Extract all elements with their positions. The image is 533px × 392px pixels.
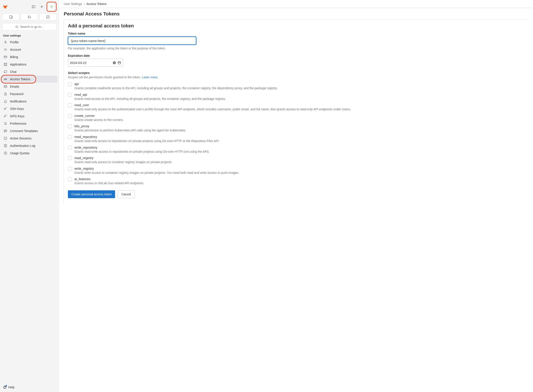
merge-requests-button[interactable] bbox=[21, 14, 38, 20]
expiration-field[interactable] bbox=[68, 59, 123, 67]
quick-action-buttons bbox=[0, 14, 59, 22]
svg-point-7 bbox=[28, 16, 29, 17]
sidebar-item-active-sessions[interactable]: Active Sessions bbox=[1, 135, 57, 142]
log-icon bbox=[4, 144, 7, 148]
token-icon bbox=[4, 77, 7, 81]
token-name-help: For example, the application using the t… bbox=[68, 47, 524, 50]
learn-more-link[interactable]: Learn more. bbox=[142, 75, 158, 79]
scope-desc: Grants read-only access to repositories … bbox=[75, 139, 524, 143]
todos-button[interactable] bbox=[39, 14, 56, 20]
scope-desc: Grants read-write access to repositories… bbox=[75, 150, 524, 154]
scope-checkbox-read_user[interactable] bbox=[68, 103, 72, 107]
scope-item-api: api Grants complete read/write access to… bbox=[68, 82, 524, 90]
sidebar-item-access-tokens[interactable]: Access Tokens bbox=[1, 75, 57, 83]
svg-point-31 bbox=[5, 123, 5, 123]
scope-checkbox-create_runner[interactable] bbox=[68, 114, 72, 118]
scope-list: api Grants complete read/write access to… bbox=[68, 82, 524, 186]
scope-item-write_registry: write_registry Grants write access to co… bbox=[68, 167, 524, 175]
expiration-input[interactable] bbox=[70, 61, 111, 65]
comment-icon bbox=[4, 70, 7, 74]
sidebar-item-usage-quotas[interactable]: Usage Quotas bbox=[1, 149, 57, 157]
cancel-button[interactable]: Cancel bbox=[118, 190, 135, 198]
sidebar-item-comment-templates[interactable]: Comment Templates bbox=[1, 127, 57, 135]
scopes-help: Scopes set the permission levels granted… bbox=[68, 75, 524, 79]
add-token-panel: Add a personal access token Token name F… bbox=[64, 19, 528, 204]
sidebar-item-gpg-keys[interactable]: GPG Keys bbox=[1, 112, 57, 120]
scope-checkbox-read_api[interactable] bbox=[68, 93, 72, 97]
main-content: User Settings / Access Tokens Personal A… bbox=[59, 0, 533, 392]
search-placeholder: Search or go to... bbox=[20, 25, 43, 28]
sidebar-item-emails[interactable]: Emails bbox=[1, 83, 57, 90]
scope-checkbox-ai_features[interactable] bbox=[68, 177, 72, 181]
svg-point-8 bbox=[28, 18, 29, 18]
quota-icon bbox=[4, 151, 7, 155]
token-name-label: Token name bbox=[68, 32, 524, 35]
breadcrumb-parent[interactable]: User Settings bbox=[64, 2, 82, 6]
lock-icon bbox=[4, 92, 7, 96]
key-icon bbox=[4, 114, 7, 118]
gitlab-logo[interactable] bbox=[2, 4, 8, 10]
scope-name: read_repository bbox=[75, 135, 524, 139]
svg-point-11 bbox=[16, 26, 17, 28]
plus-icon[interactable] bbox=[38, 3, 45, 10]
sidebar-item-profile[interactable]: Profile bbox=[1, 38, 57, 46]
issues-button[interactable] bbox=[2, 14, 19, 20]
search-icon bbox=[15, 25, 19, 28]
scope-checkbox-k8s_proxy[interactable] bbox=[68, 124, 72, 128]
breadcrumb-separator: / bbox=[84, 2, 85, 6]
svg-point-32 bbox=[6, 124, 6, 125]
scopes-title: Select scopes bbox=[68, 71, 524, 75]
sidebar-item-billing[interactable]: Billing bbox=[1, 53, 57, 61]
sliders-icon bbox=[4, 121, 7, 126]
scope-name: read_user bbox=[75, 103, 524, 107]
sidebar-item-account[interactable]: Account bbox=[1, 46, 57, 53]
scope-desc: Grants read-only access to container reg… bbox=[75, 160, 524, 164]
svg-line-12 bbox=[17, 27, 18, 28]
scope-checkbox-read_registry[interactable] bbox=[68, 156, 72, 160]
breadcrumb: User Settings / Access Tokens bbox=[59, 0, 533, 8]
template-icon bbox=[4, 129, 7, 133]
scope-checkbox-api[interactable] bbox=[68, 82, 72, 86]
profile-icon bbox=[4, 40, 7, 44]
scope-name: create_runner bbox=[75, 114, 524, 117]
svg-point-23 bbox=[5, 79, 5, 79]
scope-checkbox-write_registry[interactable] bbox=[68, 167, 72, 171]
help-link[interactable]: Help bbox=[0, 383, 59, 392]
scope-name: read_registry bbox=[75, 156, 524, 160]
sidebar-item-authentication-log[interactable]: Authentication Log bbox=[1, 142, 57, 149]
sidebar-item-password[interactable]: Password bbox=[1, 90, 57, 98]
sidebar-item-ssh-keys[interactable]: SSH Keys bbox=[1, 105, 57, 112]
svg-point-28 bbox=[4, 116, 5, 117]
sidebar-item-chat[interactable]: Chat bbox=[1, 68, 57, 75]
expiration-label: Expiration date bbox=[68, 54, 524, 57]
search-input[interactable]: Search or go to... bbox=[2, 23, 56, 30]
create-token-button[interactable]: Create personal access token bbox=[68, 190, 115, 198]
scope-item-read_repository: read_repository Grants read-only access … bbox=[68, 135, 524, 143]
scope-desc: Grants read-only access to the authentic… bbox=[75, 107, 524, 112]
svg-point-43 bbox=[5, 388, 5, 388]
key-icon bbox=[4, 107, 7, 111]
svg-rect-18 bbox=[6, 63, 7, 64]
sidebar-item-preferences[interactable]: Preferences bbox=[1, 120, 57, 127]
sidebar-collapse-icon[interactable] bbox=[30, 3, 37, 10]
scope-checkbox-read_repository[interactable] bbox=[68, 135, 72, 139]
svg-rect-19 bbox=[4, 65, 5, 66]
scope-desc: Grants create access to the runners. bbox=[75, 118, 524, 122]
framework-icon-highlight[interactable] bbox=[47, 2, 56, 12]
calendar-icon[interactable] bbox=[117, 61, 121, 65]
scope-checkbox-write_repository[interactable] bbox=[68, 146, 72, 150]
sidebar-item-applications[interactable]: Applications bbox=[1, 61, 57, 68]
sidebar-nav: Profile Account Billing Applications Cha… bbox=[0, 38, 59, 157]
sidebar-top bbox=[0, 0, 59, 14]
scope-name: ai_features bbox=[75, 177, 524, 181]
scope-item-write_repository: write_repository Grants read-write acces… bbox=[68, 145, 524, 154]
scope-desc: Grants access to GitLab Duo related API … bbox=[75, 181, 524, 186]
clear-date-icon[interactable] bbox=[112, 61, 116, 65]
sidebar-item-notifications[interactable]: Notifications bbox=[1, 98, 57, 105]
svg-point-13 bbox=[5, 41, 6, 42]
scope-item-read_user: read_user Grants read-only access to the… bbox=[68, 103, 524, 112]
svg-point-14 bbox=[5, 49, 6, 50]
svg-rect-0 bbox=[32, 6, 35, 8]
svg-rect-6 bbox=[9, 16, 12, 18]
token-name-field[interactable] bbox=[68, 37, 196, 45]
